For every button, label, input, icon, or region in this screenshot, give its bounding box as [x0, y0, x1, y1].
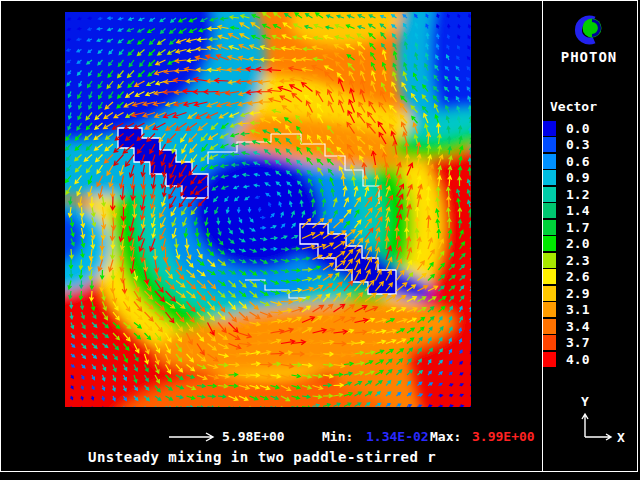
legend-value-label: 2.9 — [566, 286, 589, 301]
legend-row: 2.0 — [543, 236, 589, 253]
legend-value-label: 1.4 — [566, 203, 589, 218]
legend-row: 3.4 — [543, 318, 589, 335]
photon-logo-icon — [571, 13, 605, 47]
legend-value-label: 2.0 — [566, 236, 589, 251]
legend-color-swatch — [543, 352, 556, 367]
legend-color-swatch — [543, 319, 556, 334]
legend-row: 1.4 — [543, 203, 589, 220]
plot-caption: Unsteady mixing in two paddle-stirred r — [88, 449, 436, 465]
legend-row: 0.6 — [543, 153, 589, 170]
legend-value-label: 1.2 — [566, 187, 589, 202]
legend-color-swatch — [543, 269, 556, 284]
legend-color-swatch — [543, 203, 556, 218]
contour-layer — [65, 12, 471, 407]
legend-value-label: 3.7 — [566, 335, 589, 350]
legend-row: 2.9 — [543, 285, 589, 302]
legend-color-swatch — [543, 170, 556, 185]
min-value: 1.34E-02 — [366, 429, 429, 444]
legend-row: 2.3 — [543, 252, 589, 269]
legend-color-swatch — [543, 236, 556, 251]
max-label: Max: — [430, 429, 461, 444]
legend-color-swatch — [543, 302, 556, 317]
legend-color-swatch — [543, 253, 556, 268]
axis-orientation-icon: Y X — [570, 392, 634, 448]
legend-value-label: 2.3 — [566, 253, 589, 268]
legend-value-label: 2.6 — [566, 269, 589, 284]
legend-value-label: 0.0 — [566, 121, 589, 136]
legend-color-swatch — [543, 121, 556, 136]
legend-color-swatch — [543, 286, 556, 301]
legend-color-swatch — [543, 187, 556, 202]
legend-color-swatch — [543, 137, 556, 152]
legend-color-swatch — [543, 335, 556, 350]
legend-color-swatch — [543, 220, 556, 235]
reference-vector-value: 5.98E+00 — [222, 429, 285, 444]
legend-title: Vector — [550, 99, 597, 114]
axis-y-label: Y — [581, 394, 589, 409]
legend-rows: 0.00.30.60.91.21.41.72.02.32.62.93.13.43… — [543, 120, 589, 368]
plot-canvas[interactable] — [65, 12, 471, 407]
legend-value-label: 0.9 — [566, 170, 589, 185]
legend-value-label: 3.4 — [566, 319, 589, 334]
legend-row: 3.7 — [543, 335, 589, 352]
legend-row: 1.2 — [543, 186, 589, 203]
legend-value-label: 4.0 — [566, 352, 589, 367]
legend-row: 0.9 — [543, 170, 589, 187]
max-value: 3.99E+00 — [472, 429, 535, 444]
legend-row: 4.0 — [543, 351, 589, 368]
photon-logo-text: PHOTON — [545, 49, 633, 65]
legend-row: 0.3 — [543, 137, 589, 154]
vector-contour-plot — [65, 12, 471, 407]
min-label: Min: — [322, 429, 353, 444]
legend-row: 2.6 — [543, 269, 589, 286]
legend-value-label: 0.3 — [566, 137, 589, 152]
legend-row: 1.7 — [543, 219, 589, 236]
legend-row: 3.1 — [543, 302, 589, 319]
legend-value-label: 3.1 — [566, 302, 589, 317]
legend-color-swatch — [543, 154, 556, 169]
legend-value-label: 1.7 — [566, 220, 589, 235]
photon-window: { "app": { "name": "PHOTON" }, "logo": {… — [0, 0, 640, 480]
legend-row: 0.0 — [543, 120, 589, 137]
legend-value-label: 0.6 — [566, 154, 589, 169]
reference-arrow-icon — [168, 430, 220, 444]
axis-x-label: X — [617, 430, 625, 445]
